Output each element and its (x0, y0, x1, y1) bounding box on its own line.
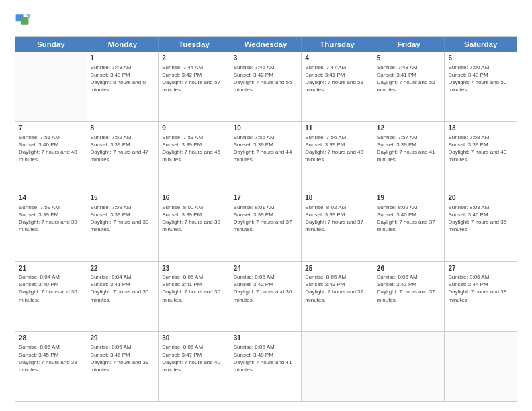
cal-cell-4-1: 29Sunrise: 8:06 AMSunset: 3:46 PMDayligh… (87, 332, 159, 401)
cal-cell-3-4: 25Sunrise: 8:05 AMSunset: 3:43 PMDayligh… (302, 262, 373, 331)
day-number: 28 (19, 334, 83, 343)
header-day-tuesday: Tuesday (159, 37, 230, 52)
day-number: 14 (19, 193, 83, 203)
cal-cell-0-0 (15, 52, 87, 121)
logo (15, 12, 32, 30)
cal-cell-0-5: 5Sunrise: 7:48 AMSunset: 3:41 PMDaylight… (373, 52, 445, 121)
cal-cell-3-2: 23Sunrise: 8:05 AMSunset: 3:41 PMDayligh… (159, 262, 230, 331)
cal-cell-4-2: 30Sunrise: 8:06 AMSunset: 3:47 PMDayligh… (159, 332, 230, 401)
cal-cell-3-1: 22Sunrise: 8:04 AMSunset: 3:41 PMDayligh… (87, 262, 159, 331)
day-number: 18 (305, 193, 369, 203)
cell-info: Sunrise: 7:50 AMSunset: 3:40 PMDaylight:… (448, 64, 513, 94)
cell-info: Sunrise: 8:06 AMSunset: 3:46 PMDaylight:… (91, 343, 155, 373)
cal-cell-2-1: 15Sunrise: 7:59 AMSunset: 3:39 PMDayligh… (87, 191, 159, 261)
logo-icon (15, 12, 30, 30)
cal-cell-2-2: 16Sunrise: 8:00 AMSunset: 3:39 PMDayligh… (159, 191, 230, 261)
cell-info: Sunrise: 7:48 AMSunset: 3:41 PMDaylight:… (377, 64, 441, 94)
cal-cell-0-1: 1Sunrise: 7:43 AMSunset: 3:43 PMDaylight… (87, 52, 159, 121)
day-number: 4 (305, 54, 369, 63)
cell-info: Sunrise: 8:04 AMSunset: 3:41 PMDaylight:… (91, 273, 155, 304)
day-number: 19 (377, 193, 441, 203)
cell-info: Sunrise: 7:58 AMSunset: 3:39 PMDaylight:… (448, 134, 513, 164)
day-number: 31 (234, 334, 298, 343)
day-number: 16 (162, 193, 226, 203)
cal-cell-4-0: 28Sunrise: 8:06 AMSunset: 3:45 PMDayligh… (15, 332, 87, 401)
cal-cell-0-2: 2Sunrise: 7:44 AMSunset: 3:42 PMDaylight… (159, 52, 230, 121)
day-number: 8 (91, 124, 155, 133)
cell-info: Sunrise: 7:52 AMSunset: 3:39 PMDaylight:… (91, 134, 155, 164)
cal-cell-1-2: 9Sunrise: 7:53 AMSunset: 3:39 PMDaylight… (159, 122, 230, 191)
header-day-saturday: Saturday (445, 37, 517, 52)
cal-cell-3-6: 27Sunrise: 8:06 AMSunset: 3:44 PMDayligh… (445, 262, 517, 331)
day-number: 13 (448, 124, 513, 133)
day-number: 30 (162, 334, 226, 343)
day-number: 9 (162, 124, 226, 133)
cell-info: Sunrise: 7:44 AMSunset: 3:42 PMDaylight:… (162, 64, 226, 94)
cal-cell-0-3: 3Sunrise: 7:46 AMSunset: 3:42 PMDaylight… (230, 52, 302, 121)
day-number: 23 (162, 264, 226, 273)
day-number: 11 (305, 124, 369, 133)
cell-info: Sunrise: 7:46 AMSunset: 3:42 PMDaylight:… (234, 64, 298, 94)
cell-info: Sunrise: 7:59 AMSunset: 3:39 PMDaylight:… (19, 203, 83, 234)
cell-info: Sunrise: 8:06 AMSunset: 3:47 PMDaylight:… (162, 343, 226, 373)
cell-info: Sunrise: 8:06 AMSunset: 3:48 PMDaylight:… (234, 343, 298, 373)
cal-cell-2-3: 17Sunrise: 8:01 AMSunset: 3:39 PMDayligh… (230, 191, 302, 261)
cal-cell-4-4 (302, 332, 373, 401)
page: SundayMondayTuesdayWednesdayThursdayFrid… (0, 0, 532, 411)
week-row-4: 28Sunrise: 8:06 AMSunset: 3:45 PMDayligh… (15, 331, 517, 401)
cell-info: Sunrise: 7:55 AMSunset: 3:39 PMDaylight:… (234, 134, 298, 164)
cal-cell-3-5: 26Sunrise: 8:06 AMSunset: 3:43 PMDayligh… (373, 262, 445, 331)
cal-cell-2-6: 20Sunrise: 8:03 AMSunset: 3:40 PMDayligh… (445, 191, 517, 261)
day-number: 29 (91, 334, 155, 343)
day-number: 17 (234, 193, 298, 203)
header-day-thursday: Thursday (302, 37, 373, 52)
week-row-0: 1Sunrise: 7:43 AMSunset: 3:43 PMDaylight… (15, 52, 517, 121)
cell-info: Sunrise: 8:05 AMSunset: 3:41 PMDaylight:… (162, 273, 226, 304)
cal-cell-0-6: 6Sunrise: 7:50 AMSunset: 3:40 PMDaylight… (445, 52, 517, 121)
week-row-3: 21Sunrise: 8:04 AMSunset: 3:40 PMDayligh… (15, 261, 517, 331)
cell-info: Sunrise: 7:51 AMSunset: 3:40 PMDaylight:… (19, 134, 83, 164)
cal-cell-4-5 (373, 332, 445, 401)
cal-cell-1-0: 7Sunrise: 7:51 AMSunset: 3:40 PMDaylight… (15, 122, 87, 191)
header-day-friday: Friday (373, 37, 445, 52)
svg-rect-1 (21, 17, 28, 25)
cell-info: Sunrise: 8:03 AMSunset: 3:40 PMDaylight:… (448, 203, 513, 234)
cal-cell-1-3: 10Sunrise: 7:55 AMSunset: 3:39 PMDayligh… (230, 122, 302, 191)
cell-info: Sunrise: 7:56 AMSunset: 3:39 PMDaylight:… (305, 134, 369, 164)
cell-info: Sunrise: 8:02 AMSunset: 3:40 PMDaylight:… (377, 203, 441, 234)
calendar-header: SundayMondayTuesdayWednesdayThursdayFrid… (15, 37, 517, 52)
cell-info: Sunrise: 8:04 AMSunset: 3:40 PMDaylight:… (19, 273, 83, 304)
day-number: 7 (19, 124, 83, 133)
cal-cell-2-0: 14Sunrise: 7:59 AMSunset: 3:39 PMDayligh… (15, 191, 87, 261)
header-day-wednesday: Wednesday (230, 37, 302, 52)
cal-cell-1-4: 11Sunrise: 7:56 AMSunset: 3:39 PMDayligh… (302, 122, 373, 191)
header-day-monday: Monday (87, 37, 159, 52)
day-number: 24 (234, 264, 298, 273)
day-number: 10 (234, 124, 298, 133)
cell-info: Sunrise: 8:01 AMSunset: 3:39 PMDaylight:… (234, 203, 298, 234)
day-number: 27 (448, 264, 513, 273)
cell-info: Sunrise: 7:47 AMSunset: 3:41 PMDaylight:… (305, 64, 369, 94)
week-row-2: 14Sunrise: 7:59 AMSunset: 3:39 PMDayligh… (15, 191, 517, 261)
cal-cell-4-3: 31Sunrise: 8:06 AMSunset: 3:48 PMDayligh… (230, 332, 302, 401)
day-number: 3 (234, 54, 298, 63)
cell-info: Sunrise: 8:05 AMSunset: 3:42 PMDaylight:… (234, 273, 298, 304)
day-number: 15 (91, 193, 155, 203)
calendar: SundayMondayTuesdayWednesdayThursdayFrid… (15, 36, 517, 402)
cal-cell-3-0: 21Sunrise: 8:04 AMSunset: 3:40 PMDayligh… (15, 262, 87, 331)
cell-info: Sunrise: 8:02 AMSunset: 3:39 PMDaylight:… (305, 203, 369, 234)
day-number: 5 (377, 54, 441, 63)
day-number: 22 (91, 264, 155, 273)
cal-cell-1-1: 8Sunrise: 7:52 AMSunset: 3:39 PMDaylight… (87, 122, 159, 191)
cell-info: Sunrise: 8:05 AMSunset: 3:43 PMDaylight:… (305, 273, 369, 304)
calendar-body: 1Sunrise: 7:43 AMSunset: 3:43 PMDaylight… (15, 52, 517, 401)
day-number: 20 (448, 193, 513, 203)
header-day-sunday: Sunday (15, 37, 87, 52)
week-row-1: 7Sunrise: 7:51 AMSunset: 3:40 PMDaylight… (15, 121, 517, 191)
header (15, 12, 517, 30)
day-number: 25 (305, 264, 369, 273)
day-number: 12 (377, 124, 441, 133)
day-number: 26 (377, 264, 441, 273)
cell-info: Sunrise: 7:43 AMSunset: 3:43 PMDaylight:… (91, 64, 155, 94)
cell-info: Sunrise: 8:00 AMSunset: 3:39 PMDaylight:… (162, 203, 226, 234)
